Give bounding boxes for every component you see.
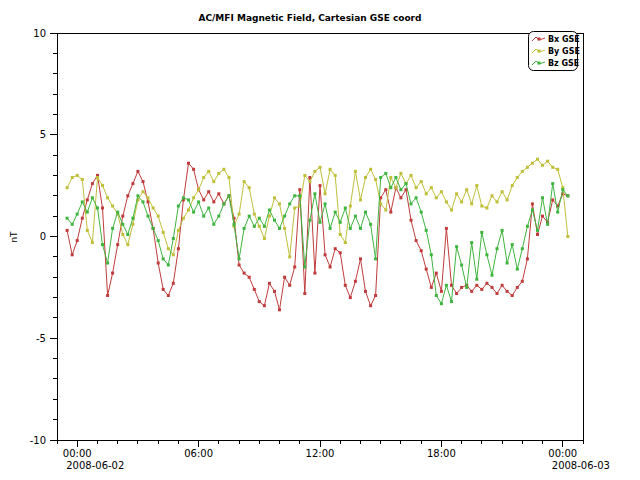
point-marker <box>228 194 231 197</box>
point-marker <box>536 233 539 236</box>
legend-label: Bx GSE <box>548 35 580 44</box>
point-marker <box>329 266 332 269</box>
point-marker <box>541 196 544 199</box>
point-marker <box>243 272 246 275</box>
point-marker <box>187 209 190 212</box>
point-marker <box>374 257 377 260</box>
y-tick-label: -5 <box>36 333 46 344</box>
point-marker <box>394 176 397 179</box>
point-marker <box>329 168 332 171</box>
point-marker <box>202 198 205 201</box>
point-marker <box>485 253 488 256</box>
point-marker <box>162 231 165 234</box>
point-marker <box>313 192 316 195</box>
point-marker <box>364 290 367 293</box>
point-marker <box>349 227 352 230</box>
point-marker <box>496 292 499 295</box>
legend-sample-marker <box>538 38 541 41</box>
point-marker <box>475 278 478 281</box>
point-marker <box>470 290 473 293</box>
point-marker <box>121 215 124 218</box>
point-marker <box>470 241 473 244</box>
point-marker <box>491 194 494 197</box>
point-marker <box>430 186 433 189</box>
point-marker <box>546 223 549 226</box>
point-marker <box>465 286 468 289</box>
point-marker <box>313 272 316 275</box>
legend-label: Bz GSE <box>548 59 579 68</box>
point-marker <box>106 196 109 199</box>
point-marker <box>248 186 251 189</box>
point-marker <box>106 294 109 297</box>
y-tick-label: 0 <box>40 231 46 242</box>
legend: Bx GSEBy GSEBz GSE <box>529 32 580 71</box>
point-marker <box>248 276 251 279</box>
point-marker <box>369 223 372 226</box>
point-marker <box>283 227 286 230</box>
point-marker <box>177 205 180 208</box>
point-marker <box>217 172 220 175</box>
point-marker <box>551 166 554 169</box>
point-marker <box>192 211 195 214</box>
point-marker <box>389 211 392 214</box>
point-marker <box>561 188 564 191</box>
point-marker <box>167 264 170 267</box>
point-marker <box>455 292 458 295</box>
point-marker <box>491 286 494 289</box>
point-marker <box>496 200 499 203</box>
point-marker <box>556 168 559 171</box>
point-marker <box>324 202 327 205</box>
point-marker <box>177 247 180 250</box>
point-marker <box>283 276 286 279</box>
point-marker <box>111 227 114 230</box>
point-marker <box>526 225 529 228</box>
point-marker <box>222 168 225 171</box>
point-marker <box>187 198 190 201</box>
point-marker <box>379 202 382 205</box>
point-marker <box>399 196 402 199</box>
point-marker <box>273 290 276 293</box>
point-marker <box>511 184 514 187</box>
point-marker <box>192 196 195 199</box>
point-marker <box>551 198 554 201</box>
point-marker <box>420 249 423 252</box>
point-marker <box>207 190 210 193</box>
point-marker <box>71 253 74 256</box>
point-marker <box>303 174 306 177</box>
point-marker <box>121 233 124 236</box>
point-marker <box>207 207 210 210</box>
point-marker <box>238 257 241 260</box>
point-marker <box>334 247 337 250</box>
point-marker <box>506 290 509 293</box>
point-marker <box>288 255 291 258</box>
point-marker <box>359 227 362 230</box>
point-marker <box>410 202 413 205</box>
point-marker <box>101 207 104 210</box>
point-marker <box>475 284 478 287</box>
point-marker <box>162 257 165 260</box>
point-marker <box>142 200 145 203</box>
point-marker <box>329 227 332 230</box>
point-marker <box>162 288 165 291</box>
point-marker <box>167 247 170 250</box>
point-marker <box>172 253 175 256</box>
point-marker <box>212 200 215 203</box>
point-marker <box>96 176 99 179</box>
point-marker <box>566 194 569 197</box>
point-marker <box>298 188 301 191</box>
point-marker <box>308 180 311 183</box>
point-marker <box>425 229 428 232</box>
point-marker <box>293 194 296 197</box>
point-marker <box>354 170 357 173</box>
point-marker <box>374 178 377 181</box>
figure-background <box>0 0 640 480</box>
point-marker <box>379 176 382 179</box>
point-marker <box>126 194 129 197</box>
point-marker <box>258 217 261 220</box>
point-marker <box>536 158 539 161</box>
point-marker <box>91 241 94 244</box>
point-marker <box>344 241 347 244</box>
point-marker <box>354 215 357 218</box>
point-marker <box>76 239 79 242</box>
point-marker <box>410 219 413 222</box>
